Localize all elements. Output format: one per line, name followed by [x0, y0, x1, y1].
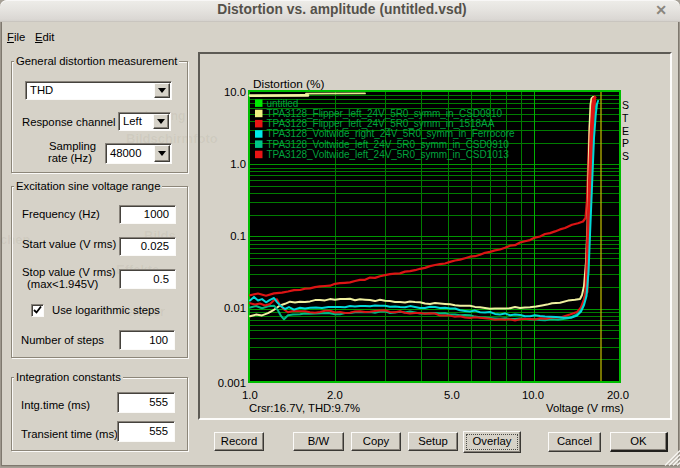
svg-text:TPA3128_Voltwide_left_24V_5R0_: TPA3128_Voltwide_left_24V_5R0_symm_in_CS…: [267, 149, 510, 160]
